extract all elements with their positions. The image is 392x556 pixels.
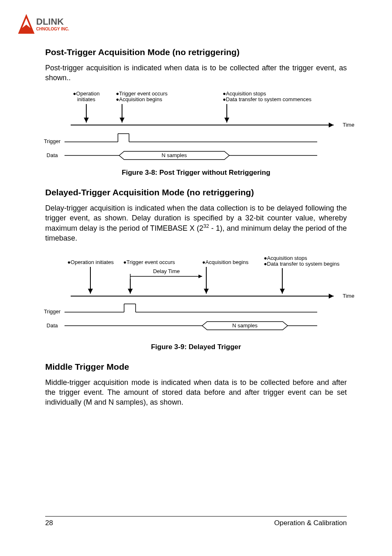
svg-text:●Trigger event occurs: ●Trigger event occurs (116, 90, 168, 97)
svg-text:CHNOLOGY INC.: CHNOLOGY INC. (36, 27, 69, 31)
svg-text:Trigger: Trigger (44, 308, 61, 315)
section3-paragraph: Middle-trigger acquisition mode is indic… (45, 378, 347, 408)
svg-text:●Acquisition begins: ●Acquisition begins (116, 96, 162, 102)
svg-text:Time: Time (343, 293, 354, 299)
section2-title: Delayed-Trigger Acquisition Mode (no ret… (45, 188, 347, 197)
section3-title: Middle Trigger Mode (45, 362, 347, 372)
figure2-caption: Figure 3-9: Delayed Trigger (45, 343, 347, 351)
svg-text:●Trigger event occurs: ●Trigger event occurs (123, 259, 175, 265)
svg-text:Data: Data (46, 152, 58, 158)
svg-text:DLINK: DLINK (36, 16, 64, 27)
section1-title: Post-Trigger Acquisition Mode (no retrig… (45, 47, 347, 57)
svg-text:Delay Time: Delay Time (153, 268, 180, 274)
svg-text:Data: Data (46, 322, 58, 329)
svg-text:●Acquisition begins: ●Acquisition begins (202, 259, 249, 265)
svg-text:●Data transfer to system comme: ●Data transfer to system commences (223, 96, 311, 102)
svg-text:Time: Time (343, 122, 354, 128)
svg-text:N samples: N samples (232, 322, 258, 329)
page-footer: 28 Operation & Calibration (45, 516, 347, 527)
section2-paragraph: Delay-trigger acquisition is indicated w… (45, 203, 347, 243)
svg-text:●Operation initiates: ●Operation initiates (67, 259, 114, 265)
figure-3-9: ●Operation initiates ●Trigger event occu… (38, 256, 354, 338)
svg-text:●Data transfer to system begin: ●Data transfer to system begins (264, 261, 340, 267)
svg-text:initiates: initiates (77, 96, 96, 102)
svg-text:●Operation: ●Operation (73, 90, 100, 97)
figure1-caption: Figure 3-8: Post Trigger without Retrigg… (45, 169, 347, 177)
brand-logo: DLINK CHNOLOGY INC. (16, 12, 90, 36)
svg-text:●Acquisition stops: ●Acquisition stops (223, 90, 266, 97)
svg-text:N samples: N samples (161, 152, 187, 158)
svg-text:Trigger: Trigger (44, 138, 61, 144)
section1-paragraph: Post-trigger acquisition is indicated wh… (45, 63, 347, 83)
figure-3-8: ●Operation initiates ●Trigger event occu… (38, 90, 354, 164)
page-number: 28 (45, 519, 53, 527)
chapter-name: Operation & Calibration (274, 519, 347, 527)
